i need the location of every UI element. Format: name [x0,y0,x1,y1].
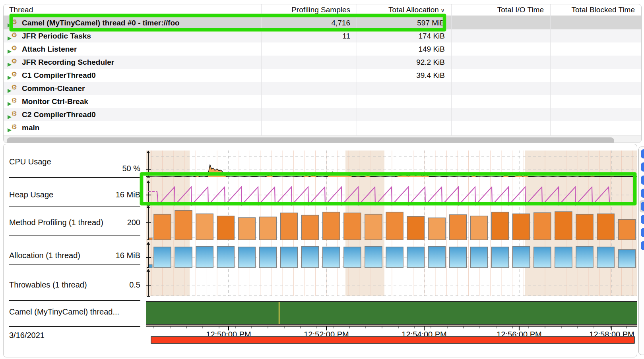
method-profiling-bar [281,213,298,240]
scrollbar-thumb[interactable] [7,137,614,143]
thread-name: Camel (MyTinyCamel) thread #0 - timer://… [4,16,278,29]
toolbar-button-6[interactable] [641,215,644,224]
table-row[interactable]: ⚙C1 CompilerThread039.4 KiB [4,69,641,82]
allocation-bar [281,247,298,268]
cell-total_allocation: 39.4 KiB [357,69,445,82]
chart-row-label-allocation: Allocation (1 thread) [9,251,80,260]
chart-row-label-cpu: CPU Usage [9,157,51,166]
method-profiling-bar [386,212,403,240]
background-band [345,151,384,296]
method-profiling-bar [618,219,635,240]
table-row[interactable]: ⚙Camel (MyTinyCamel) thread #0 - timer:/… [4,16,641,29]
allocation-bar [238,247,255,268]
cell-total_io_time [451,82,544,95]
thread-name: main [4,121,278,134]
column-separator [261,4,262,143]
toolbar-button-4[interactable] [641,189,644,198]
allocation-bar [386,247,403,268]
app-root: { "table": { "columns": ["Thread", "Prof… [0,0,644,359]
y-axis-arrow [147,180,150,183]
cell-total_io_time [451,108,544,121]
column-separator [451,4,452,143]
table-row[interactable]: ⚙C2 CompilerThread0 [4,108,641,121]
heap-usage-sawtooth [157,187,609,205]
method-profiling-bar [323,212,340,240]
cell-total_io_time [451,29,544,42]
toolbar-button-1[interactable] [641,149,644,158]
cell-total_io_time [451,16,544,29]
table-row[interactable]: ⚙JFR Recording Scheduler92.2 KiB [4,56,641,69]
column-header-total-i-o-time[interactable]: Total I/O Time [451,4,544,15]
method-bar-stub [149,238,152,240]
range-selector[interactable] [151,336,635,344]
horizontal-scrollbar[interactable] [4,135,641,143]
allocation-bar-stub [149,264,152,268]
sort-desc-icon: ∨ [439,7,445,14]
cell-total_blocked_time [550,82,635,95]
thread-activity-band [146,302,637,324]
cpu-usage-area [146,165,637,178]
side-toolbar [638,147,644,355]
allocation-bar [175,247,192,268]
row-separator [9,206,140,207]
allocation-bar [555,247,572,268]
cell-profiling_samples [261,95,350,108]
axis-value-method_profiling: 200 [103,218,140,227]
toolbar-button-8[interactable] [641,241,644,250]
axis-value-cpu: 50 % [103,164,140,173]
column-header-thread[interactable]: Thread [9,4,261,15]
axis-value-heap: 16 MiB [103,190,140,199]
thread-name: Common-Cleaner [4,82,278,95]
method-profiling-bar [492,212,509,240]
cell-total_allocation: 174 KiB [357,29,445,42]
column-header-total-allocation[interactable]: Total Allocation ∨ [357,4,445,15]
method-profiling-bar [471,216,488,240]
table-row[interactable]: ⚙Monitor Ctrl-Break [4,95,641,108]
y-axis-arrow [147,242,150,245]
thread-name: JFR Recording Scheduler [4,56,278,69]
table-row[interactable]: ⚙Attach Listener149 KiB [4,42,641,56]
toolbar-button-7[interactable] [641,228,644,237]
y-axis-arrow [147,151,150,153]
allocation-bar [597,247,614,268]
threads-table-panel: ThreadProfiling SamplesTotal Allocation … [3,4,642,143]
cell-profiling_samples [261,69,350,82]
y-axis-arrow [147,269,150,272]
table-row[interactable]: ⚙JFR Periodic Tasks11174 KiB [4,29,641,42]
allocation-bar [471,247,488,268]
event-marker [279,302,280,324]
cell-total_allocation [357,82,445,95]
cell-total_blocked_time [550,121,635,134]
cell-total_allocation [357,95,445,108]
method-profiling-bar [154,214,171,240]
minor-tick-strip [146,325,637,326]
timeline-chart-panel: CPU Usage50 %Heap Usage16 MiBMethod Prof… [3,144,637,357]
column-header-total-blocked-time[interactable]: Total Blocked Time [550,4,635,15]
table-row[interactable]: ⚙Common-Cleaner [4,82,641,95]
cell-total_io_time [451,56,544,69]
column-header-profiling-samples[interactable]: Profiling Samples [261,4,350,15]
allocation-bar [428,246,445,268]
toolbar-button-3[interactable] [641,176,644,185]
method-profiling-bar [238,218,255,240]
chart-plot[interactable] [146,149,637,332]
cell-total_blocked_time [550,16,635,29]
cell-profiling_samples [261,108,350,121]
cell-total_blocked_time [550,95,635,108]
column-separator [357,4,357,143]
allocation-bar [323,247,340,268]
row-separator [9,177,140,178]
toolbar-button-2[interactable] [641,162,644,172]
cell-total_blocked_time [550,42,635,56]
method-profiling-bar [365,214,382,240]
cell-total_io_time [451,69,544,82]
table-row[interactable]: ⚙main [4,121,641,134]
header-divider [4,15,641,16]
cell-profiling_samples [261,82,350,95]
toolbar-button-5[interactable] [641,202,644,211]
row-separator [9,326,140,327]
cell-total_allocation [357,108,445,121]
method-profiling-bar [217,216,234,240]
method-profiling-bar [196,214,213,240]
cell-total_blocked_time [550,29,635,42]
